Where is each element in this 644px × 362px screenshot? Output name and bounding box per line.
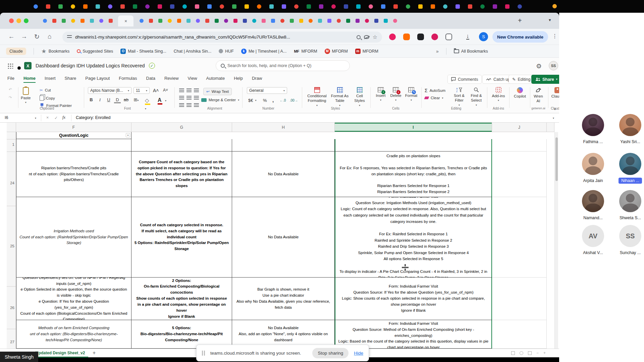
font-name-dropdown[interactable]: Aptos Narrow (B...▾ bbox=[88, 87, 131, 94]
tab-favicon[interactable] bbox=[280, 19, 284, 23]
reload-icon[interactable]: ↻ bbox=[33, 33, 41, 41]
column-header-F[interactable]: F bbox=[16, 123, 131, 132]
tab-favicon[interactable] bbox=[220, 4, 224, 9]
settings-gear-icon[interactable]: ⚙ bbox=[536, 62, 542, 70]
align-center-icon[interactable] bbox=[186, 96, 192, 100]
tab-favicons-right[interactable] bbox=[140, 19, 397, 23]
new-chrome-available-button[interactable]: New Chrome available bbox=[492, 31, 548, 43]
ribbon-tab-file[interactable]: File bbox=[7, 76, 14, 83]
fx-icon[interactable]: fx bbox=[62, 115, 65, 120]
copilot-button[interactable]: Copilot bbox=[511, 87, 529, 99]
bookmark-item[interactable]: MMFORM bbox=[325, 49, 348, 54]
tab-favicon[interactable] bbox=[109, 19, 113, 23]
tab-favicon[interactable] bbox=[233, 19, 237, 23]
cancel-icon[interactable]: × bbox=[46, 115, 49, 120]
bookmark-item[interactable]: ★Bookmarks bbox=[41, 49, 70, 54]
row-number[interactable]: 1 bbox=[12, 142, 14, 146]
tab-favicon[interactable] bbox=[90, 19, 94, 23]
participant-tile[interactable]: Shweta S... bbox=[611, 190, 644, 221]
tab-favicon[interactable] bbox=[337, 19, 341, 23]
bookmark-star-icon[interactable]: ☆ bbox=[373, 34, 377, 40]
tab-favicon[interactable] bbox=[224, 19, 228, 23]
tab-favicon[interactable] bbox=[327, 19, 331, 23]
cell-I26[interactable]: Form: Individual Farmer Visit Question S… bbox=[335, 278, 492, 320]
ribbon-tab-view[interactable]: View bbox=[188, 76, 197, 83]
tab-favicon[interactable] bbox=[455, 4, 460, 9]
merge-center-button[interactable]: Merge & Center▾ bbox=[201, 98, 239, 102]
document-title[interactable]: Dashboard design IDH Updated Logics Reco… bbox=[36, 63, 145, 68]
bookmark-item[interactable]: Claude bbox=[6, 48, 26, 55]
increase-decimal-icon[interactable]: ←.0 bbox=[280, 99, 286, 102]
cell-H26[interactable]: Bar Graph is shown, remove it Use a pie … bbox=[232, 278, 335, 320]
tab-favicon[interactable] bbox=[468, 4, 472, 9]
column-header-G[interactable]: G bbox=[131, 123, 232, 132]
participant-tile[interactable]: AVAkshat V... bbox=[574, 225, 612, 256]
statusbar-view-icons[interactable]: −+ bbox=[511, 351, 546, 355]
participant-tile[interactable]: SSSunchay ... bbox=[611, 225, 644, 256]
ribbon-tab-share[interactable]: Share bbox=[65, 76, 76, 83]
tab-favicon[interactable] bbox=[252, 19, 256, 23]
cell-J23[interactable] bbox=[492, 139, 547, 152]
font-color-button[interactable]: A bbox=[158, 97, 162, 105]
double-underline-button[interactable]: D bbox=[114, 97, 121, 103]
tab-favicon[interactable] bbox=[52, 19, 56, 23]
formula-content[interactable]: Category: Enrolled bbox=[76, 115, 111, 120]
tab-favicon[interactable] bbox=[282, 4, 286, 9]
format-as-table-button[interactable]: Format As Table▾ bbox=[329, 87, 350, 107]
increase-indent-icon[interactable] bbox=[186, 103, 192, 107]
tab-favicon[interactable] bbox=[294, 4, 299, 9]
cell-H23[interactable] bbox=[232, 139, 335, 152]
tab-favicon[interactable] bbox=[196, 19, 200, 23]
tab-favicon[interactable] bbox=[99, 19, 103, 23]
participant-tile[interactable]: Yashi Sri... bbox=[611, 114, 644, 145]
filter-dropdown-icon[interactable]: ▾ bbox=[126, 133, 130, 137]
office-search-box[interactable]: Search for tools, help, and more (Option… bbox=[216, 60, 350, 71]
align-bottom-icon[interactable] bbox=[194, 88, 199, 92]
comma-format-icon[interactable]: , bbox=[272, 97, 274, 103]
site-settings-icon[interactable] bbox=[67, 35, 72, 39]
align-middle-icon[interactable] bbox=[186, 88, 192, 92]
cell-F25[interactable]: Irrigation Methods used Count of each op… bbox=[16, 197, 131, 278]
row-number[interactable]: 26 bbox=[10, 306, 14, 310]
column-header-J[interactable]: J bbox=[492, 123, 547, 132]
cell-F23[interactable] bbox=[16, 139, 131, 152]
tab-favicon[interactable] bbox=[393, 19, 397, 23]
tab-favicon[interactable] bbox=[374, 19, 378, 23]
tab-favicons-left[interactable] bbox=[43, 19, 113, 23]
tab-favicon[interactable] bbox=[207, 4, 212, 9]
cut-button[interactable]: ✂Cut bbox=[40, 88, 51, 93]
tab-favicon[interactable] bbox=[331, 4, 336, 9]
url-text[interactable]: dhwaniris1-my.sharepoint.com/:x:/g/perso… bbox=[75, 35, 353, 40]
cell-G23[interactable] bbox=[131, 139, 232, 152]
select-all-corner[interactable] bbox=[7, 123, 16, 132]
enter-icon[interactable]: ✓ bbox=[54, 115, 58, 120]
cell-styles-button[interactable]: Cell Styles▾ bbox=[352, 87, 368, 107]
ribbon-tab-review[interactable]: Review bbox=[164, 76, 179, 83]
participant-tile[interactable]: Nihaan ... bbox=[611, 153, 644, 184]
hide-banner-link[interactable]: Hide bbox=[354, 351, 363, 356]
tab-favicon[interactable] bbox=[271, 19, 275, 23]
tab-favicon[interactable] bbox=[80, 19, 85, 23]
column-header-H[interactable]: H bbox=[232, 123, 335, 132]
tab-favicon[interactable] bbox=[309, 19, 313, 23]
cell-F26[interactable]: Question Dependency lies on: Use of NPM … bbox=[16, 278, 131, 320]
tab-favicon[interactable] bbox=[299, 19, 303, 23]
add-ins-button[interactable]: Add-ins▾ bbox=[490, 87, 507, 102]
participant-tile[interactable]: Arpita Jain bbox=[574, 153, 612, 184]
bookmark-item[interactable]: MFMFORM bbox=[294, 49, 317, 54]
tab-favicon[interactable] bbox=[262, 19, 266, 23]
ribbon-tab-home[interactable]: Home bbox=[23, 76, 36, 83]
align-top-icon[interactable] bbox=[179, 88, 184, 92]
tab-favicon[interactable] bbox=[195, 4, 199, 9]
home-icon[interactable]: ⌂ bbox=[46, 33, 54, 40]
active-sheet-tab[interactable]: Updated Design Sheet_v2 bbox=[32, 349, 88, 358]
borders-button[interactable]: ⊞▾ bbox=[133, 97, 140, 102]
address-bar[interactable]: dhwaniris1-my.sharepoint.com/:x:/g/perso… bbox=[62, 32, 382, 43]
extension-icon[interactable] bbox=[445, 34, 452, 40]
active-tab[interactable]: × bbox=[118, 15, 133, 26]
participant-tile[interactable]: Fathima ... bbox=[574, 114, 612, 145]
cell-F27[interactable]: Methods of on farm Enriched Composting u… bbox=[16, 320, 131, 349]
cell-I25[interactable]: Form: Individual Farmer Visit Question S… bbox=[335, 197, 492, 278]
macos-minimize-button[interactable] bbox=[16, 18, 21, 23]
preview-eye-icon[interactable] bbox=[364, 35, 369, 39]
